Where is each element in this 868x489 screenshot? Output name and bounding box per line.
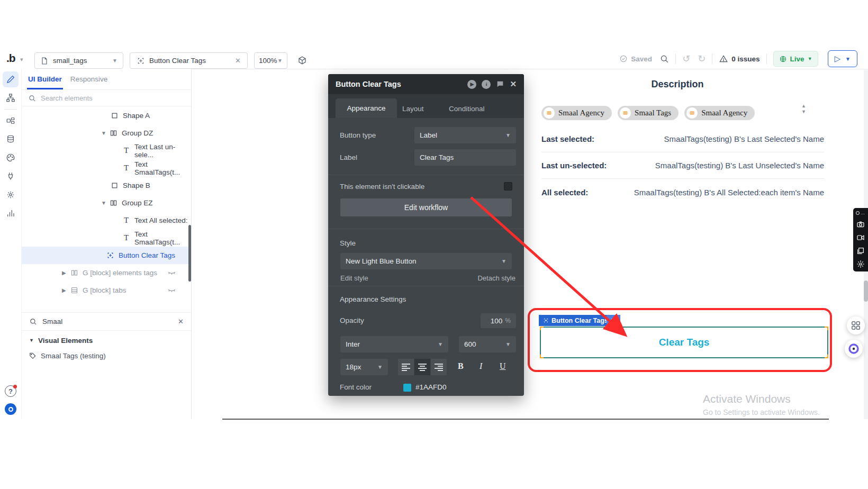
tree-item[interactable]: TText Last un-sele... xyxy=(22,142,191,159)
info-icon[interactable]: i xyxy=(482,80,491,89)
clickable-checkbox[interactable] xyxy=(504,182,512,191)
tree-item[interactable]: ▼Group EZ xyxy=(22,194,191,212)
inspector-header[interactable]: Button Clear Tags ▶ i ✕ xyxy=(328,74,524,94)
tree-item[interactable]: TText SmaalTags(t... xyxy=(22,159,191,177)
tab-appearance[interactable]: Appearance xyxy=(336,98,397,118)
label-input[interactable]: Clear Tags xyxy=(414,149,516,166)
live-selector[interactable]: Live ▼ xyxy=(773,51,818,67)
selection-handle[interactable] xyxy=(825,327,828,330)
font-size-dropdown[interactable]: 18px ▼ xyxy=(340,359,388,375)
camera-icon[interactable] xyxy=(856,220,865,229)
tree-item[interactable]: Shape A xyxy=(22,107,191,124)
selection-handle[interactable] xyxy=(825,355,828,358)
logo-chevron-icon[interactable]: ▾ xyxy=(20,56,23,63)
tree-item[interactable]: ▶G [block] tabs xyxy=(22,282,191,299)
tab-conditional[interactable]: Conditional xyxy=(449,105,485,113)
font-family-dropdown[interactable]: Inter ▼ xyxy=(340,336,448,352)
style-dropdown[interactable]: New Light Blue Button ▼ xyxy=(340,253,512,269)
tree-item-label: Group EZ xyxy=(122,199,153,207)
edit-style-link[interactable]: Edit style xyxy=(340,274,368,282)
tag-chip[interactable]: Smaal Tags xyxy=(618,106,679,120)
rail-workflow-icon[interactable] xyxy=(3,113,19,129)
divider xyxy=(328,175,524,175)
close-icon[interactable]: ✕ xyxy=(510,79,517,89)
selection-handle[interactable] xyxy=(540,355,544,358)
description-row-value: SmaalTags(testing) B's All Selected:each… xyxy=(634,188,824,197)
tag-chip[interactable]: Smaal Agency xyxy=(684,106,755,120)
palette-search-input[interactable]: Smaal ✕ xyxy=(22,312,191,331)
search-elements-placeholder: Search elements xyxy=(41,94,93,102)
expand-icon[interactable]: ▶ xyxy=(62,287,70,293)
visual-elements-section[interactable]: ▼ Visual Elements xyxy=(22,332,191,348)
font-color-swatch[interactable] xyxy=(403,384,411,392)
element-search-box[interactable]: Button Clear Tags ✕ xyxy=(130,52,248,69)
capture-logo-icon[interactable]: … xyxy=(856,211,865,215)
rail-pages-tree-icon[interactable] xyxy=(3,90,19,106)
rail-data-icon[interactable] xyxy=(3,131,19,147)
comment-icon[interactable] xyxy=(496,80,504,88)
assistant-button[interactable] xyxy=(845,340,863,358)
expand-icon[interactable]: ▶ xyxy=(62,270,70,276)
rail-logs-icon[interactable] xyxy=(3,205,19,221)
issues-count[interactable]: 0 issues xyxy=(731,55,760,63)
search-elements-input[interactable]: Search elements xyxy=(22,90,191,106)
tree-item[interactable]: TText All selected: xyxy=(22,212,191,229)
undo-icon[interactable]: ↺ xyxy=(682,53,690,65)
tag-chip[interactable]: Smaal Agency xyxy=(541,106,612,120)
tab-ui-builder[interactable]: UI Builder xyxy=(28,75,62,83)
element-options-icon[interactable] xyxy=(607,315,620,326)
clear-tags-button[interactable]: Clear Tags xyxy=(540,327,828,358)
button-type-dropdown[interactable]: Label ▼ xyxy=(414,127,516,143)
windows-icon[interactable] xyxy=(856,247,865,255)
canvas-scrollbar-thumb[interactable] xyxy=(864,280,868,302)
tag-stack-icon xyxy=(686,107,698,119)
rail-styles-icon[interactable] xyxy=(3,150,19,166)
zoom-selector[interactable]: 100% ▼ xyxy=(254,52,287,69)
rail-plugins-icon[interactable] xyxy=(3,168,19,184)
underline-button[interactable]: U xyxy=(500,361,506,371)
rail-settings-icon[interactable] xyxy=(3,187,19,203)
chips-scroll-arrows[interactable]: ▲▼ xyxy=(801,103,806,115)
bold-button[interactable]: B xyxy=(458,361,464,371)
tab-layout[interactable]: Layout xyxy=(402,105,424,113)
gear-icon[interactable] xyxy=(856,260,865,268)
page-selector[interactable]: small_tags ▼ xyxy=(34,52,123,69)
help-button[interactable]: ? xyxy=(5,385,16,397)
collapse-icon[interactable]: ▼ xyxy=(101,200,110,206)
bubble-logo[interactable]: .b xyxy=(6,52,15,65)
eye-closed-icon[interactable] xyxy=(167,286,176,295)
component-cube-icon[interactable] xyxy=(297,56,307,65)
align-center-button[interactable] xyxy=(414,359,430,375)
tab-responsive[interactable]: Responsive xyxy=(70,75,108,83)
clear-element-icon[interactable]: ✕ xyxy=(235,57,241,65)
tree-item[interactable]: Shape B xyxy=(22,177,191,194)
run-workflow-icon[interactable]: ▶ xyxy=(467,80,476,89)
opacity-input[interactable]: 100 % xyxy=(481,313,516,328)
collapse-icon[interactable]: ▼ xyxy=(101,130,110,136)
tree-item[interactable]: ▶G [block] elements tags xyxy=(22,264,191,282)
video-icon[interactable] xyxy=(856,233,865,242)
clear-search-icon[interactable]: ✕ xyxy=(178,318,184,325)
tree-item[interactable]: Button Clear Tags xyxy=(22,247,191,264)
selected-element-tag[interactable]: Button Clear Tags xyxy=(539,315,612,326)
edit-workflow-button[interactable]: Edit workflow xyxy=(340,198,512,216)
selection-handle[interactable] xyxy=(540,327,544,330)
tree-scrollbar[interactable] xyxy=(188,225,191,282)
widget-grid-button[interactable] xyxy=(847,316,865,334)
tree-item[interactable]: TText SmaalTags(t... xyxy=(22,229,191,247)
detach-style-link[interactable]: Detach style xyxy=(477,274,516,282)
italic-button[interactable]: I xyxy=(480,361,482,371)
redo-icon[interactable]: ↻ xyxy=(698,53,706,65)
align-right-button[interactable] xyxy=(431,359,447,375)
eye-closed-icon[interactable] xyxy=(167,268,176,277)
align-left-button[interactable] xyxy=(398,359,414,375)
tree-item[interactable]: ▼Group DZ xyxy=(22,124,191,142)
font-weight-dropdown[interactable]: 600 ▼ xyxy=(459,336,516,352)
search-icon[interactable] xyxy=(659,54,669,64)
rail-design-icon[interactable] xyxy=(3,71,19,87)
left-icon-rail: ? xyxy=(0,69,21,419)
preview-run-button[interactable]: ▷ ▼ xyxy=(828,50,857,67)
font-color-hex[interactable]: #1AAFD0 xyxy=(415,383,447,391)
palette-item-smaal-tags[interactable]: Smaal Tags (testing) xyxy=(22,348,191,363)
support-chat-button[interactable] xyxy=(5,403,16,415)
